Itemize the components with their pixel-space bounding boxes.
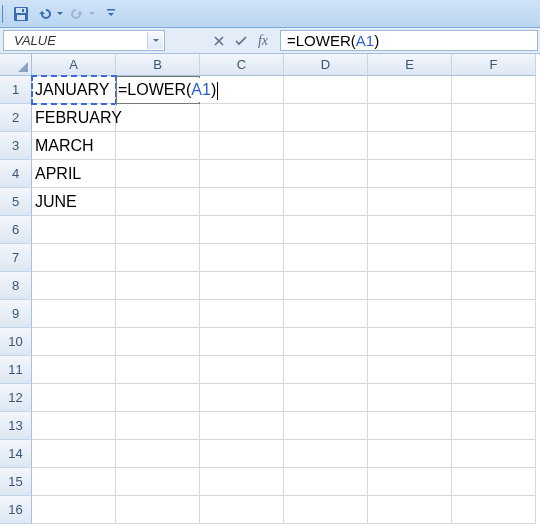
- cell[interactable]: [284, 328, 368, 356]
- row-header[interactable]: 14: [0, 440, 32, 468]
- cell[interactable]: [32, 328, 116, 356]
- cell[interactable]: [32, 300, 116, 328]
- cell-B2[interactable]: [116, 104, 200, 132]
- cell[interactable]: [116, 412, 200, 440]
- row-header[interactable]: 13: [0, 412, 32, 440]
- cell[interactable]: [116, 468, 200, 496]
- cell-F4[interactable]: [452, 160, 536, 188]
- cell[interactable]: [32, 356, 116, 384]
- cell[interactable]: [284, 272, 368, 300]
- redo-dropdown-icon[interactable]: [88, 10, 96, 18]
- cell-A1[interactable]: JANUARY: [32, 76, 116, 104]
- cell-C5[interactable]: [200, 188, 284, 216]
- row-header[interactable]: 16: [0, 496, 32, 524]
- name-box-dropdown[interactable]: [147, 32, 163, 49]
- cell[interactable]: [200, 356, 284, 384]
- cell-F1[interactable]: [452, 76, 536, 104]
- cell-E3[interactable]: [368, 132, 452, 160]
- cell[interactable]: [452, 328, 536, 356]
- col-header-B[interactable]: B: [116, 54, 200, 76]
- cell[interactable]: [32, 412, 116, 440]
- cell[interactable]: [116, 440, 200, 468]
- cell-C4[interactable]: [200, 160, 284, 188]
- cell[interactable]: [116, 300, 200, 328]
- cell-D5[interactable]: [284, 188, 368, 216]
- enter-button[interactable]: [230, 30, 252, 52]
- row-header[interactable]: 2: [0, 104, 32, 132]
- cell[interactable]: [284, 356, 368, 384]
- insert-function-button[interactable]: fx: [252, 30, 274, 52]
- row-header[interactable]: 1: [0, 76, 32, 104]
- row-header[interactable]: 4: [0, 160, 32, 188]
- undo-button[interactable]: [34, 3, 56, 25]
- cell[interactable]: [200, 468, 284, 496]
- cell[interactable]: [32, 384, 116, 412]
- cell[interactable]: [284, 468, 368, 496]
- cell[interactable]: [452, 496, 536, 524]
- cell[interactable]: [452, 244, 536, 272]
- cell[interactable]: [284, 496, 368, 524]
- row-header[interactable]: 11: [0, 356, 32, 384]
- cell-F5[interactable]: [452, 188, 536, 216]
- cell-E1[interactable]: [368, 76, 452, 104]
- cell[interactable]: [452, 384, 536, 412]
- cell[interactable]: [368, 384, 452, 412]
- col-header-E[interactable]: E: [368, 54, 452, 76]
- col-header-D[interactable]: D: [284, 54, 368, 76]
- cell[interactable]: [116, 356, 200, 384]
- cell[interactable]: [116, 384, 200, 412]
- cell-A4[interactable]: APRIL: [32, 160, 116, 188]
- redo-button[interactable]: [66, 3, 88, 25]
- cell[interactable]: [116, 496, 200, 524]
- cell[interactable]: [368, 328, 452, 356]
- cell[interactable]: [284, 244, 368, 272]
- row-header[interactable]: 8: [0, 272, 32, 300]
- cell[interactable]: [284, 440, 368, 468]
- row-header[interactable]: 10: [0, 328, 32, 356]
- cell-E2[interactable]: [368, 104, 452, 132]
- cell[interactable]: [368, 300, 452, 328]
- cell-A3[interactable]: MARCH: [32, 132, 116, 160]
- qat-customize-icon[interactable]: [106, 6, 116, 22]
- row-header[interactable]: 6: [0, 216, 32, 244]
- cell[interactable]: [200, 384, 284, 412]
- cell[interactable]: [200, 496, 284, 524]
- cell[interactable]: [452, 356, 536, 384]
- cell-F2[interactable]: [452, 104, 536, 132]
- cell[interactable]: [452, 272, 536, 300]
- cell[interactable]: [368, 468, 452, 496]
- cell[interactable]: [200, 328, 284, 356]
- cell[interactable]: [368, 496, 452, 524]
- cell[interactable]: [284, 384, 368, 412]
- cell-A2[interactable]: FEBRUARY: [32, 104, 116, 132]
- select-all-corner[interactable]: [0, 54, 32, 76]
- cell-D3[interactable]: [284, 132, 368, 160]
- row-header[interactable]: 15: [0, 468, 32, 496]
- cell[interactable]: [368, 216, 452, 244]
- cell-B4[interactable]: [116, 160, 200, 188]
- cell-E5[interactable]: [368, 188, 452, 216]
- col-header-F[interactable]: F: [452, 54, 536, 76]
- cell-C2[interactable]: [200, 104, 284, 132]
- cell[interactable]: [32, 496, 116, 524]
- cell[interactable]: [452, 300, 536, 328]
- col-header-C[interactable]: C: [200, 54, 284, 76]
- cell[interactable]: [368, 356, 452, 384]
- cell[interactable]: [200, 440, 284, 468]
- cell[interactable]: [284, 412, 368, 440]
- cell[interactable]: [452, 468, 536, 496]
- cell[interactable]: [452, 216, 536, 244]
- cell[interactable]: [200, 412, 284, 440]
- cell[interactable]: [368, 440, 452, 468]
- row-header[interactable]: 7: [0, 244, 32, 272]
- cell-D1[interactable]: [284, 76, 368, 104]
- cell[interactable]: [284, 300, 368, 328]
- cell[interactable]: [32, 272, 116, 300]
- cell-A5[interactable]: JUNE: [32, 188, 116, 216]
- cell[interactable]: [284, 216, 368, 244]
- cell[interactable]: [200, 216, 284, 244]
- cell-B3[interactable]: [116, 132, 200, 160]
- col-header-A[interactable]: A: [32, 54, 116, 76]
- cell-B5[interactable]: [116, 188, 200, 216]
- cell[interactable]: [452, 440, 536, 468]
